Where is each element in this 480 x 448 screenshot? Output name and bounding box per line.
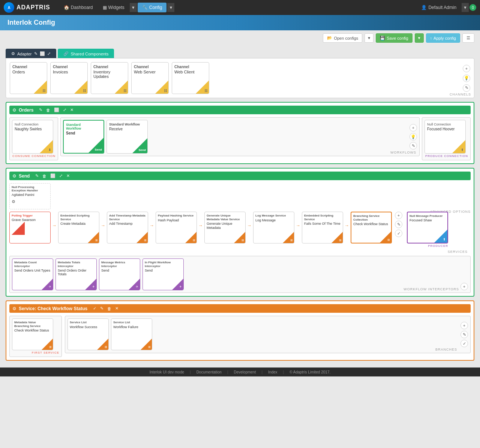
add-workflow-button[interactable]: + (410, 124, 417, 131)
branch-check-button[interactable]: ✓ (460, 340, 468, 347)
orders-edit-btn[interactable]: ✎ (38, 107, 44, 113)
branching-service-card[interactable]: Branching Service Collection Check Workf… (351, 212, 392, 243)
footer-copyright: © Adaptris Limited 2017. (290, 370, 330, 374)
service-list-failure-card[interactable]: Service List Workflow Failure ⊞ (111, 318, 152, 350)
produce-connection-label: PRODUCE CONNECTION (424, 154, 468, 158)
orders-copy-btn[interactable]: ⬜ (53, 107, 60, 113)
nav-config-dropdown[interactable]: ▼ (167, 3, 174, 12)
consume-null-card[interactable]: Null Connection Naughty Swirles ⬇ (12, 120, 53, 154)
branches-area: Service List Workflow Success ⊞ Service … (65, 316, 471, 353)
footer-docs-link[interactable]: Documentation (196, 370, 222, 374)
orders-close-btn[interactable]: ✕ (69, 107, 75, 113)
nav-widgets-dropdown[interactable]: ▼ (130, 3, 137, 12)
tabs: ⚙ Adapter ✎ ⬜ ⤢ 🔗 Shared Components (6, 49, 474, 58)
metadata-totals-interceptor-card[interactable]: Metadata Totals Interceptor Send Orders … (56, 258, 97, 290)
branch-edit-button[interactable]: ✎ (460, 331, 468, 338)
network-icon: ⛓ (123, 89, 127, 93)
orders-header: ⚙ Orders ✎ 🗑 ⬜ ⤢ ✕ (9, 106, 471, 114)
send-close-btn[interactable]: ✕ (65, 173, 71, 179)
metadata-value-branching-card[interactable]: Metadata Value Branching Service Check W… (12, 318, 53, 350)
add-channel-button[interactable]: + (463, 65, 470, 72)
interceptors-label: WORKFLOW INTERCEPTORS (404, 287, 459, 291)
adapter-icon: ⚙ (11, 51, 15, 56)
footer-dev-link[interactable]: Development (234, 370, 256, 374)
add-timestamp-card[interactable]: Add Timestamp Metadata Service Add Times… (107, 212, 148, 243)
channel-edit-button[interactable]: ✎ (463, 84, 470, 92)
workflow-receive-card[interactable]: Standard Workflow Receive Send (106, 120, 148, 154)
service-check-edit-btn[interactable]: ✎ (99, 306, 105, 311)
notification-badge[interactable]: 0 (470, 4, 476, 11)
footer-item-devmode: Interlok UI dev mode (150, 370, 184, 374)
metadata-count-interceptor-card[interactable]: Metadata Count Interceptor Send Orders U… (12, 258, 53, 290)
send-delete-btn[interactable]: 🗑 (41, 173, 48, 179)
folder-icon: 📂 (327, 36, 332, 40)
nav-dashboard[interactable]: 🏠 Dashboard (59, 3, 98, 12)
service-check-delete-btn[interactable]: 🗑 (106, 306, 112, 311)
plane-icon: ✈ (49, 285, 51, 288)
orders-expand-btn[interactable]: ⤢ (62, 107, 68, 113)
network-icon: ⛓ (42, 89, 46, 93)
send-expand-btn[interactable]: ⤢ (58, 173, 64, 179)
add-branch-button[interactable]: + (460, 322, 468, 329)
embedded-scripting-2-card[interactable]: Embedded Scripting Service Fails Some Of… (302, 212, 343, 243)
producer-card[interactable]: Null Message Producer Focused Shaw ⬆ (407, 212, 448, 243)
open-configs-dropdown[interactable]: ▼ (364, 33, 374, 43)
consume-connection-area: Null Connection Naughty Swirles ⬇ CONSUM… (9, 117, 58, 160)
send-copy-btn[interactable]: ⬜ (49, 173, 57, 179)
add-service-button[interactable]: + (395, 212, 402, 219)
service-check-close-btn[interactable]: ✕ (114, 306, 120, 311)
workflows-grid: StandardWorkflow Send Send Standard Work… (63, 120, 417, 154)
workflow-info-button[interactable]: 💡 (410, 133, 417, 140)
channel-card-invoices[interactable]: Channel Invoices ⛓ (50, 62, 88, 94)
workflow-edit-button[interactable]: ✎ (410, 142, 417, 149)
nav-config[interactable]: 🔧 Config (138, 3, 167, 12)
inflight-interceptor-card[interactable]: In Flight Workflow Interceptor Send ✈ (142, 258, 184, 290)
channel-card-webserver[interactable]: Channel Web Server ⛓ (131, 62, 169, 94)
toolbar: 📂 Open configs ▼ 💾 Save config ▼ ↑ Apply… (0, 30, 480, 46)
add-interceptor-button[interactable]: + (460, 283, 468, 290)
page-title-bar: Interlok Config (0, 15, 480, 30)
service-check-button[interactable]: ✓ (395, 230, 402, 237)
message-metrics-interceptor-card[interactable]: Message Metrics Interceptor Send ✈ (99, 258, 140, 290)
footer: Interlok UI dev mode | Documentation | D… (0, 367, 480, 376)
exception-handler-card[interactable]: Null Processing Exception Handler Agitat… (9, 183, 51, 209)
puzzle-icon: ⊞ (193, 239, 195, 242)
menu-button[interactable]: ☰ (462, 33, 474, 43)
service-edit-button[interactable]: ✎ (395, 221, 402, 228)
log-message-card[interactable]: Log Message Service Log Message ⊞ (253, 212, 294, 243)
save-icon: 💾 (380, 36, 385, 40)
save-config-button[interactable]: 💾 Save config (376, 33, 412, 43)
footer-index-link[interactable]: Index (268, 370, 277, 374)
channel-card-orders[interactable]: Channel Orders ⛓ (10, 62, 47, 94)
arrow-5: → (247, 223, 252, 228)
tab-shared-components[interactable]: 🔗 Shared Components (58, 49, 114, 58)
nav-admin-dropdown[interactable]: ▼ (462, 3, 469, 12)
workflow-send-card[interactable]: StandardWorkflow Send Send (63, 120, 104, 154)
services-row: Polling Trigger Grave Swanson ⬇ → Embedd… (9, 212, 471, 249)
channel-info-button[interactable]: 💡 (463, 75, 470, 82)
send-edit-btn[interactable]: ✎ (34, 173, 40, 179)
arrow-4: → (198, 223, 203, 228)
produce-null-card[interactable]: Null Connection Focused Hoover ⬆ (424, 120, 466, 154)
apply-config-button[interactable]: ↑ Apply config (426, 33, 460, 43)
channel-card-inventory[interactable]: Channel Inventory Updates ⛓ (91, 62, 128, 94)
orders-delete-btn[interactable]: 🗑 (45, 107, 51, 113)
nav-widgets[interactable]: ▦ Widgets (98, 3, 129, 12)
embedded-scripting-1-card[interactable]: Embedded Scripting Service Create Metada… (58, 212, 99, 243)
tab-adapter[interactable]: ⚙ Adapter ✎ ⬜ ⤢ (6, 49, 56, 58)
save-config-dropdown[interactable]: ▼ (415, 33, 424, 43)
open-configs-button[interactable]: 📂 Open configs (323, 33, 362, 43)
service-check-btn1[interactable]: ✓ (92, 306, 98, 311)
generate-unique-metadata-card[interactable]: Generate Unique Metadata Value Service G… (204, 212, 246, 243)
service-list-success-card[interactable]: Service List Workflow Success ⊞ (68, 318, 109, 350)
branches-label: BRANCHES (435, 348, 457, 351)
polling-trigger-card[interactable]: Polling Trigger Grave Swanson ⬇ (9, 212, 51, 243)
navbar: A ADAPTRIS 🏠 Dashboard ▦ Widgets ▼ 🔧 Con… (0, 0, 480, 15)
arrow-6: → (296, 223, 300, 228)
download-icon: ⬇ (46, 238, 49, 242)
nav-admin[interactable]: 👤 Default Admin (417, 3, 461, 12)
payload-hashing-card[interactable]: Payload Hashing Service Hash Payload ⊞ (156, 212, 197, 243)
logo-text: ADAPTRIS (16, 4, 50, 11)
tab-expand-icon: ⤢ (47, 51, 51, 56)
channel-card-webclient[interactable]: Channel Web Client ⛓ (172, 62, 209, 94)
